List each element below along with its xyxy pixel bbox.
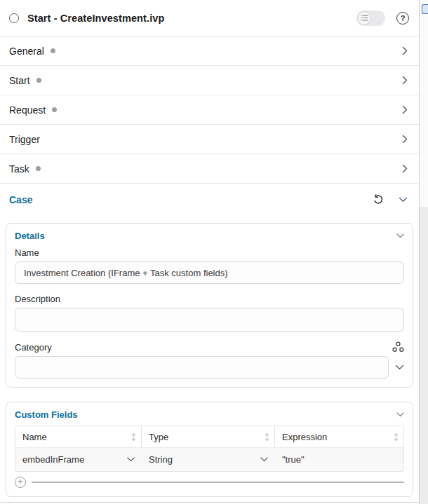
adjacent-panel-edge: [419, 0, 428, 504]
chevron-right-icon: [402, 76, 408, 85]
section-label: Request: [9, 104, 46, 116]
collapse-custom-fields-icon[interactable]: [396, 412, 404, 417]
properties-panel: Start - CreateInvestment.ivp: [0, 0, 419, 504]
chevron-down-icon: [127, 457, 135, 462]
details-title: Details: [15, 231, 45, 241]
modified-dot: [52, 107, 57, 112]
section-label: Task: [9, 163, 29, 175]
modified-dot: [36, 166, 41, 171]
section-request[interactable]: Request: [0, 95, 419, 125]
category-dropdown-icon[interactable]: [395, 365, 404, 370]
list-icon: [358, 12, 370, 25]
description-input[interactable]: [15, 308, 404, 332]
section-label: General: [9, 46, 44, 57]
field-expression-value: "true": [282, 454, 305, 465]
sort-icon: [264, 433, 270, 442]
section-label: Trigger: [9, 134, 40, 145]
modified-dot: [51, 48, 55, 53]
section-start[interactable]: Start: [0, 66, 419, 95]
inscribe-properties-window: Start - CreateInvestment.ivp: [0, 0, 428, 504]
section-trigger[interactable]: Trigger: [0, 125, 419, 154]
column-header-name[interactable]: Name: [15, 426, 142, 447]
field-type-value: String: [149, 454, 173, 465]
custom-fields-table: Name Type Expression: [15, 425, 404, 472]
column-label: Expression: [282, 432, 327, 442]
modified-dot: [36, 78, 41, 83]
field-name-select[interactable]: embedInFrame: [15, 448, 142, 471]
add-row-divider: [32, 482, 404, 483]
section-label: Start: [9, 75, 30, 86]
reset-icon[interactable]: [373, 194, 384, 205]
custom-fields-card: Custom Fields Name Type: [6, 402, 413, 497]
field-type-select[interactable]: String: [142, 448, 275, 471]
field-expression-input[interactable]: "true": [275, 448, 403, 471]
chevron-right-icon: [402, 164, 408, 173]
chevron-right-icon: [402, 135, 408, 144]
start-element-icon: [9, 13, 19, 23]
section-task[interactable]: Task: [0, 154, 419, 184]
column-label: Type: [149, 432, 168, 442]
view-mode-toggle[interactable]: [356, 11, 385, 26]
name-value: Investment Creation (IFrame + Task custo…: [24, 268, 228, 278]
collapse-case-icon[interactable]: [399, 197, 408, 203]
category-label: Category: [15, 342, 52, 353]
collapse-details-icon[interactable]: [396, 233, 404, 238]
custom-fields-card-header[interactable]: Custom Fields: [15, 409, 404, 420]
details-card-header[interactable]: Details: [15, 231, 404, 241]
description-label: Description: [15, 294, 404, 304]
category-browser-icon[interactable]: [392, 341, 404, 353]
column-label: Name: [22, 432, 47, 442]
section-case[interactable]: Case: [0, 184, 419, 216]
adjacent-panel-body: [420, 207, 428, 504]
name-label: Name: [15, 247, 404, 258]
add-row: +: [15, 477, 404, 488]
chevron-down-icon: [260, 457, 268, 462]
column-header-expression[interactable]: Expression: [275, 426, 403, 447]
chevron-right-icon: [402, 46, 408, 55]
case-title: Case: [9, 194, 32, 205]
panel-bottom-border: [0, 502, 419, 503]
name-input[interactable]: Investment Creation (IFrame + Task custo…: [15, 261, 404, 284]
details-card: Details Name Investment Creation (IFrame…: [6, 223, 413, 388]
custom-fields-title: Custom Fields: [15, 409, 78, 420]
help-icon[interactable]: ?: [396, 12, 409, 25]
panel-header: Start - CreateInvestment.ivp: [0, 0, 419, 36]
sort-icon: [131, 433, 137, 442]
section-general[interactable]: General: [0, 36, 419, 66]
add-field-button[interactable]: +: [15, 477, 26, 488]
table-header-row: Name Type Expression: [15, 426, 403, 447]
table-row: embedInFrame String "true": [15, 447, 403, 471]
column-header-type[interactable]: Type: [142, 426, 275, 447]
field-name-value: embedInFrame: [22, 454, 84, 465]
panel-title: Start - CreateInvestment.ivp: [27, 13, 164, 24]
sort-icon: [393, 433, 399, 442]
chevron-right-icon: [402, 105, 408, 114]
clipped-blue-icon: [422, 4, 428, 14]
category-input[interactable]: [15, 356, 389, 379]
